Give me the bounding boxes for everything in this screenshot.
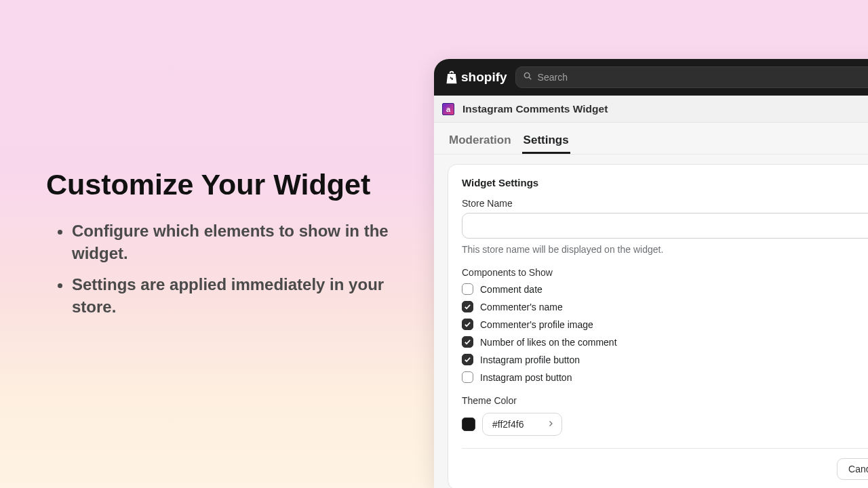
- checkbox-icon: [462, 371, 473, 383]
- app-icon: a: [442, 103, 454, 115]
- theme-color-label: Theme Color: [462, 395, 868, 406]
- checkbox-label: Number of likes on the comment: [480, 337, 617, 348]
- theme-color-row: #ff2f4f6: [462, 413, 868, 436]
- search-field[interactable]: [515, 66, 868, 88]
- checkbox-label: Commenter's profile image: [480, 319, 593, 330]
- promo-stage: Customize Your Widget Configure which el…: [0, 0, 868, 488]
- brand-text: shopify: [461, 70, 507, 85]
- search-icon: [523, 71, 532, 83]
- checkbox-icon: [462, 283, 473, 295]
- store-name-label: Store Name: [462, 198, 868, 209]
- checkbox-label: Instagram post button: [480, 372, 572, 383]
- promo-bullet: Configure which elements to show in the …: [72, 220, 399, 264]
- checkbox-icon: [462, 319, 473, 330]
- components-title: Components to Show: [462, 267, 868, 278]
- app-title: Instagram Comments Widget: [462, 103, 608, 115]
- card-heading: Widget Settings: [462, 177, 868, 188]
- checkbox-comment-date[interactable]: Comment date: [462, 283, 868, 295]
- theme-color-picker-button[interactable]: #ff2f4f6: [482, 413, 562, 436]
- cancel-button[interactable]: Cancel: [837, 458, 868, 480]
- theme-color-swatch[interactable]: [462, 418, 475, 431]
- component-checkboxes: Comment date Commenter's name Commenter'…: [462, 283, 868, 383]
- checkbox-icon: [462, 301, 473, 312]
- checkbox-icon: [462, 354, 473, 365]
- checkbox-profile-image[interactable]: Commenter's profile image: [462, 319, 868, 330]
- search-input[interactable]: [538, 72, 868, 83]
- promo-copy: Customize Your Widget Configure which el…: [46, 168, 399, 327]
- checkbox-ig-post-button[interactable]: Instagram post button: [462, 371, 868, 383]
- checkbox-label: Comment date: [480, 284, 542, 295]
- card-footer: Cancel S: [462, 448, 868, 480]
- brand: shopify: [443, 70, 507, 85]
- widget-settings-card: Widget Settings Store Name This store na…: [448, 164, 868, 488]
- app-window: shopify 1 a Instagram Comments Widget Mo: [434, 59, 868, 488]
- checkbox-num-likes[interactable]: Number of likes on the comment: [462, 336, 868, 348]
- checkbox-ig-profile-button[interactable]: Instagram profile button: [462, 354, 868, 365]
- checkbox-commenters-name[interactable]: Commenter's name: [462, 301, 868, 312]
- promo-bullets: Configure which elements to show in the …: [46, 220, 399, 318]
- tabs: Moderation Settings: [434, 123, 868, 155]
- theme-color-value: #ff2f4f6: [492, 419, 524, 430]
- checkbox-label: Instagram profile button: [480, 354, 580, 365]
- topbar: shopify 1: [434, 59, 868, 96]
- tab-moderation[interactable]: Moderation: [448, 129, 513, 154]
- checkbox-icon: [462, 336, 473, 348]
- store-name-hint: This store name will be displayed on the…: [462, 244, 868, 255]
- svg-point-0: [524, 73, 530, 78]
- store-name-input[interactable]: [462, 213, 868, 239]
- app-title-bar: a Instagram Comments Widget: [434, 96, 868, 123]
- promo-bullet: Settings are applied immediately in your…: [72, 274, 399, 318]
- tab-settings[interactable]: Settings: [522, 129, 570, 154]
- shopify-bag-icon: [445, 70, 458, 85]
- chevron-right-icon: [547, 419, 555, 430]
- promo-headline: Customize Your Widget: [46, 168, 399, 201]
- checkbox-label: Commenter's name: [480, 302, 563, 312]
- svg-line-1: [529, 77, 531, 79]
